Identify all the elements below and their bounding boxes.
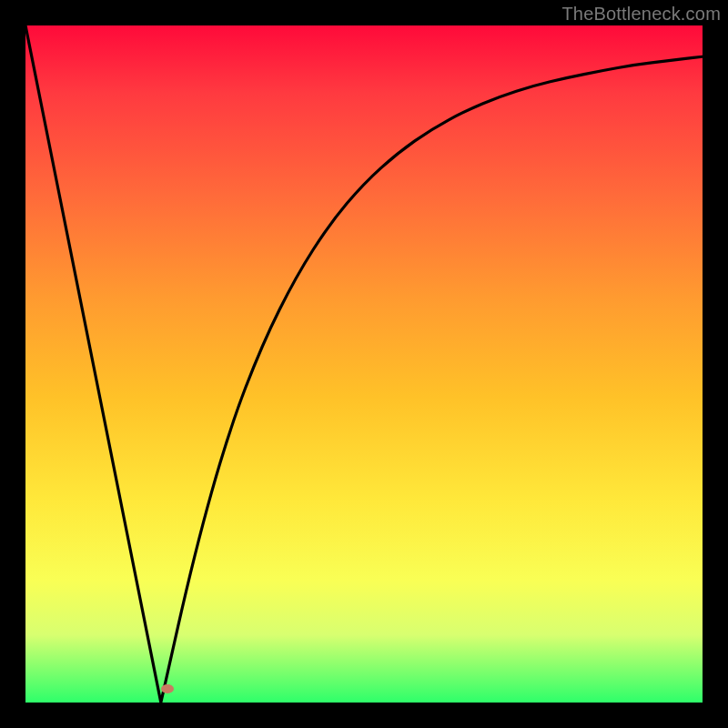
chart-frame: TheBottleneck.com: [0, 0, 728, 728]
bottleneck-curve: [25, 25, 703, 703]
plot-area: [25, 25, 703, 703]
optimal-marker: [161, 684, 174, 693]
watermark-text: TheBottleneck.com: [561, 4, 721, 25]
